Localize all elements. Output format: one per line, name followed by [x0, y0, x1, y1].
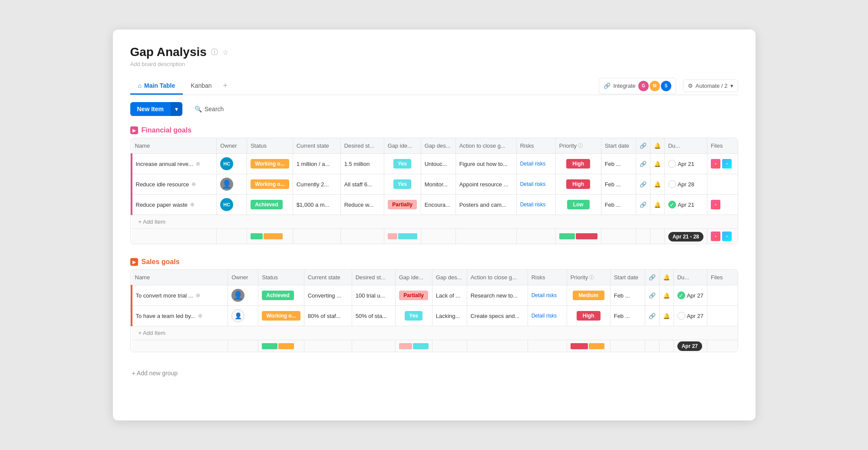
item-name-cell[interactable]: To convert more trial ... ⊕: [132, 285, 228, 306]
add-item-label[interactable]: + Add Item: [132, 326, 738, 340]
add-person-icon[interactable]: ⊕: [196, 292, 200, 298]
title-row: Gap Analysis ⓘ ☆: [130, 45, 738, 59]
link-cell[interactable]: 🔗: [645, 285, 659, 306]
files-cell[interactable]: ▪ ▪: [707, 154, 738, 174]
due-check: [677, 312, 685, 320]
priority-bar-high: [571, 343, 588, 349]
chevron-down-icon: ▾: [730, 83, 733, 89]
owner-cell[interactable]: 👤: [217, 174, 247, 195]
financial-section-title: Financial goals: [142, 126, 192, 134]
priority-badge: High: [566, 179, 590, 189]
risks-cell[interactable]: Detail risks: [516, 174, 555, 195]
start-date-cell: Feb ...: [601, 174, 636, 195]
summary-desired: [352, 340, 395, 352]
bell-cell[interactable]: 🔔: [650, 174, 664, 195]
start-date-cell: Feb ...: [601, 195, 636, 215]
file-thumb-1: ▪: [711, 159, 720, 169]
new-item-dropdown[interactable]: ▾: [171, 102, 182, 116]
financial-section-icon: ▶: [130, 126, 138, 134]
link-cell[interactable]: 🔗: [636, 154, 650, 174]
tab-add[interactable]: +: [220, 77, 231, 95]
gap-identified-cell[interactable]: Yes: [384, 174, 421, 195]
due-check: ✓: [668, 201, 676, 208]
link-cell[interactable]: 🔗: [636, 195, 650, 215]
sales-section-icon: ▶: [130, 258, 138, 266]
board-description[interactable]: Add board description: [130, 61, 738, 67]
add-person-icon[interactable]: ⊕: [196, 161, 200, 167]
priority-cell[interactable]: High: [555, 174, 601, 195]
desired-state-cell: 50% of sta...: [352, 306, 395, 326]
new-item-button[interactable]: New Item ▾: [130, 102, 182, 116]
star-icon[interactable]: ☆: [222, 48, 228, 56]
item-name-cell[interactable]: To have a team led by... ⊕: [132, 306, 228, 326]
status-bar-achieved: [251, 233, 263, 239]
add-person-icon[interactable]: ⊕: [198, 313, 202, 319]
col-due: Du...: [664, 138, 707, 154]
search-button[interactable]: 🔍 Search: [189, 103, 229, 115]
bell-cell[interactable]: 🔔: [650, 154, 664, 174]
date-badge: Apr 27: [677, 341, 702, 351]
add-new-group[interactable]: + Add new group: [130, 366, 738, 380]
due-check: [668, 160, 676, 168]
risks-cell[interactable]: Detail risks: [516, 154, 555, 174]
gap-identified-cell[interactable]: Partially: [395, 285, 432, 306]
table-row: To convert more trial ... ⊕ 👤 Achieved C…: [132, 285, 738, 306]
tab-kanban[interactable]: Kanban: [183, 78, 219, 95]
gap-identified-cell[interactable]: Yes: [395, 306, 432, 326]
due-cell: Apr 28: [664, 174, 707, 195]
summary-risks: [516, 229, 555, 244]
item-name-cell[interactable]: Increase annual reve... ⊕: [132, 154, 217, 174]
avatar-2: M: [650, 81, 660, 91]
add-person-icon[interactable]: ⊕: [190, 202, 195, 208]
owner-cell[interactable]: 👤: [228, 285, 258, 306]
status-cell[interactable]: Working o...: [258, 306, 304, 326]
summary-status: [247, 229, 293, 244]
risks-cell[interactable]: Detail risks: [528, 285, 567, 306]
priority-cell[interactable]: High: [555, 154, 601, 174]
risks-cell[interactable]: Detail risks: [516, 195, 555, 215]
priority-cell[interactable]: Medium: [567, 285, 610, 306]
col-owner: Owner: [228, 270, 258, 285]
col-gap-desc: Gap des...: [421, 138, 455, 154]
gap-identified-cell[interactable]: Partially: [384, 195, 421, 215]
status-cell[interactable]: Working o...: [247, 174, 293, 195]
add-person-icon[interactable]: ⊕: [191, 181, 196, 187]
risks-cell[interactable]: Detail risks: [528, 306, 567, 326]
summary-due: Apr 21 - 28: [664, 229, 707, 244]
tab-main-table[interactable]: ⌂ Main Table: [130, 78, 183, 95]
col-gap-identified: Gap ide...: [395, 270, 432, 285]
bell-cell[interactable]: 🔔: [659, 306, 673, 326]
item-name-cell[interactable]: Reduce paper waste ⊕: [132, 195, 217, 215]
files-cell[interactable]: [707, 306, 738, 326]
info-icon[interactable]: ⓘ: [211, 48, 218, 57]
current-state-cell: Currently 2...: [293, 174, 340, 195]
gap-identified-cell[interactable]: Yes: [384, 154, 421, 174]
status-cell[interactable]: Achieved: [258, 285, 304, 306]
add-item-row[interactable]: + Add Item: [132, 215, 738, 229]
add-item-label[interactable]: + Add Item: [132, 215, 738, 229]
files-cell[interactable]: [707, 285, 738, 306]
bell-cell[interactable]: 🔔: [650, 195, 664, 215]
priority-cell[interactable]: High: [567, 306, 610, 326]
col-status: Status: [247, 138, 293, 154]
files-cell[interactable]: [707, 174, 738, 195]
files-cell[interactable]: ▪: [707, 195, 738, 215]
automate-icon: ⚙: [688, 83, 693, 89]
new-item-main[interactable]: New Item: [130, 102, 171, 116]
item-name-cell[interactable]: Reduce idle resource ⊕: [132, 174, 217, 195]
link-cell[interactable]: 🔗: [636, 174, 650, 195]
status-cell[interactable]: Achieved: [247, 195, 293, 215]
integrate-button[interactable]: 🔗 Integrate G M S: [599, 78, 676, 94]
automate-button[interactable]: ⚙ Automate / 2 ▾: [683, 79, 738, 92]
summary-action: [455, 229, 516, 244]
status-cell[interactable]: Working o...: [247, 154, 293, 174]
priority-cell[interactable]: Low: [555, 195, 601, 215]
owner-cell[interactable]: HC: [217, 195, 247, 215]
bell-cell[interactable]: 🔔: [659, 285, 673, 306]
sales-header-row: Name Owner Status Current state Desired …: [132, 270, 738, 285]
owner-cell[interactable]: HC: [217, 154, 247, 174]
add-item-row[interactable]: + Add Item: [132, 326, 738, 340]
link-cell[interactable]: 🔗: [645, 306, 659, 326]
file-thumb: ▪: [711, 232, 720, 241]
owner-cell[interactable]: 👤: [228, 306, 258, 326]
